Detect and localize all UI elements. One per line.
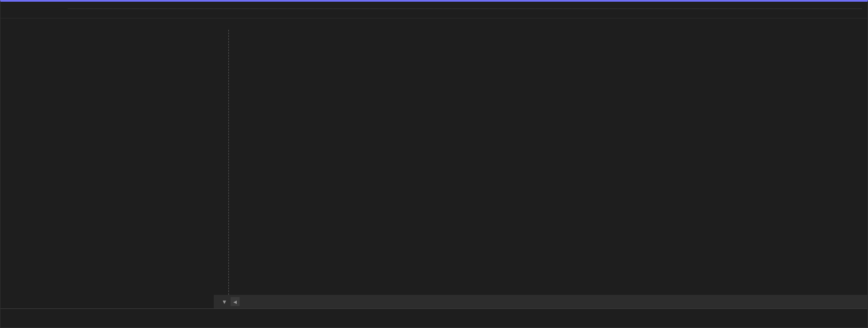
left-tab-strip: [1, 19, 214, 29]
json-editor[interactable]: [214, 26, 867, 295]
panel-titlebar: [1, 2, 867, 19]
image-toolbar: [1, 29, 214, 35]
image-tree: [1, 35, 214, 308]
scroll-left-button[interactable]: ◄: [231, 297, 240, 306]
right-tab-strip: [214, 19, 867, 26]
bottom-tab-strip: [1, 308, 867, 327]
zoom-dropdown-icon[interactable]: ▼: [222, 299, 227, 305]
zoom-bar: ▼ ◄: [214, 295, 867, 308]
json-code: [216, 26, 867, 28]
fold-guide: [228, 30, 229, 295]
